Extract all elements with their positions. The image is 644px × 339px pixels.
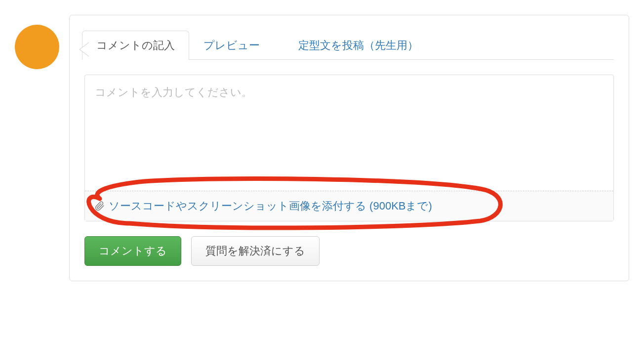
- avatar: [15, 25, 59, 69]
- comment-form-container: コメントの記入 プレビュー 定型文を投稿（先生用） ソースコードやスクリーンショ…: [15, 15, 629, 281]
- comment-box: コメントの記入 プレビュー 定型文を投稿（先生用） ソースコードやスクリーンショ…: [69, 15, 629, 281]
- tab-write[interactable]: コメントの記入: [82, 31, 189, 60]
- attach-file-label: ソースコードやスクリーンショット画像を添付する (900KBまで): [109, 199, 432, 213]
- attach-file-link[interactable]: ソースコードやスクリーンショット画像を添付する (900KBまで): [95, 199, 432, 213]
- comment-textarea[interactable]: [85, 75, 613, 189]
- tabs: コメントの記入 プレビュー 定型文を投稿（先生用）: [82, 30, 614, 60]
- attach-row: ソースコードやスクリーンショット画像を添付する (900KBまで): [85, 191, 613, 221]
- resolve-question-button[interactable]: 質問を解決済にする: [191, 236, 320, 266]
- speech-bubble-arrow: [79, 42, 89, 57]
- tab-template[interactable]: 定型文を投稿（先生用）: [284, 31, 433, 60]
- submit-comment-button[interactable]: コメントする: [84, 236, 181, 266]
- button-row: コメントする 質問を解決済にする: [84, 236, 614, 266]
- textarea-wrapper: ソースコードやスクリーンショット画像を添付する (900KBまで): [84, 75, 614, 221]
- paperclip-icon: [95, 201, 105, 212]
- tab-preview[interactable]: プレビュー: [189, 31, 274, 60]
